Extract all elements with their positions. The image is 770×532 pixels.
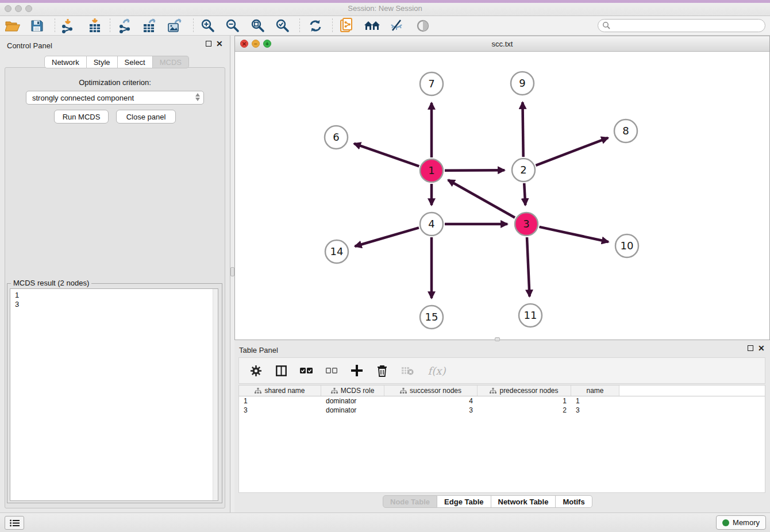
edge-3-10[interactable]: [539, 227, 608, 242]
import-table-icon[interactable]: [84, 17, 105, 34]
optimization-criterion-label: Optimization criterion:: [0, 78, 230, 87]
unselect-all-icon[interactable]: [323, 361, 340, 380]
memory-label: Memory: [733, 518, 760, 527]
column-label: MCDS role: [341, 387, 375, 395]
hide-selected-icon[interactable]: [387, 17, 407, 34]
edge-4-14[interactable]: [355, 228, 419, 246]
function-builder-icon[interactable]: f(x): [424, 361, 449, 380]
table-float-icon[interactable]: [748, 345, 753, 351]
node-label-14: 14: [330, 245, 344, 257]
cell-predecessor-nodes: 1: [478, 396, 571, 406]
column-type-icon: [255, 388, 261, 394]
import-network-icon[interactable]: [57, 17, 78, 34]
cell-name: 3: [571, 406, 619, 415]
vertical-splitter[interactable]: [230, 36, 234, 512]
titlebar-accent: [0, 0, 770, 3]
result-line: 1: [15, 291, 218, 300]
criterion-value: strongly connected component: [32, 94, 134, 102]
column-label: predecessor nodes: [499, 387, 558, 395]
vertical-splitter-grip[interactable]: [230, 267, 234, 276]
node-label-2: 2: [520, 164, 526, 176]
result-scrollbar[interactable]: [213, 289, 218, 500]
tab-style[interactable]: Style: [87, 56, 118, 68]
edge-3-1[interactable]: [448, 180, 515, 218]
zoom-fit-icon[interactable]: [248, 17, 268, 34]
float-panel-icon[interactable]: [206, 41, 211, 47]
edge-1-2[interactable]: [445, 170, 505, 171]
open-file-icon[interactable]: [2, 17, 23, 34]
horizontal-splitter-grip[interactable]: [495, 337, 500, 341]
search-icon: [602, 21, 611, 30]
column-type-icon: [490, 388, 496, 394]
gear-icon[interactable]: [247, 361, 264, 380]
run-mcds-button[interactable]: Run MCDS: [54, 110, 109, 124]
criterion-select[interactable]: strongly connected component: [26, 91, 204, 105]
node-label-6: 6: [333, 131, 339, 143]
new-network-icon[interactable]: [337, 17, 357, 34]
table-close-icon[interactable]: ✕: [758, 345, 765, 351]
node-table[interactable]: shared nameMCDS rolesuccessor nodesprede…: [238, 385, 765, 493]
node-label-9: 9: [519, 77, 525, 89]
home-icons[interactable]: [362, 17, 383, 34]
zoom-in-icon[interactable]: [198, 17, 218, 34]
tab-edge-table[interactable]: Edge Table: [437, 495, 491, 508]
table-toolbar: f(x): [238, 357, 765, 384]
table-panel: Table Panel ✕: [234, 340, 770, 512]
search-input[interactable]: [598, 19, 765, 32]
network-window-title: scc.txt: [235, 40, 769, 48]
table-row[interactable]: 3dominator323: [239, 406, 765, 415]
tab-motifs[interactable]: Motifs: [556, 495, 592, 508]
memory-button[interactable]: Memory: [716, 515, 766, 530]
mcds-result-group: MCDS result (2 nodes) 13: [7, 283, 222, 503]
zoom-out-icon[interactable]: [222, 17, 243, 34]
show-selected-icon[interactable]: [413, 17, 433, 34]
column-label: name: [586, 387, 603, 395]
save-session-icon[interactable]: [26, 17, 47, 34]
mcds-result-text[interactable]: 13: [10, 288, 218, 501]
node-label-7: 7: [428, 78, 434, 90]
network-window-titlebar[interactable]: ✕ − + scc.txt: [235, 36, 769, 52]
window-title: Session: New Session: [0, 4, 770, 13]
node-label-8: 8: [622, 125, 629, 137]
cell-successor-nodes: 3: [384, 406, 478, 415]
export-image-icon[interactable]: [165, 17, 186, 34]
delete-column-icon[interactable]: [374, 361, 391, 380]
column-browser-icon[interactable]: [272, 361, 290, 380]
column-header-successor-nodes[interactable]: successor nodes: [384, 385, 478, 396]
list-icon: [10, 519, 20, 527]
node-label-11: 11: [524, 309, 537, 321]
close-panel-icon[interactable]: ✕: [216, 41, 223, 47]
column-header-shared-name[interactable]: shared name: [239, 385, 321, 396]
select-all-icon[interactable]: [298, 361, 315, 380]
column-header-mcds-role[interactable]: MCDS role: [321, 385, 384, 396]
task-history-button[interactable]: [5, 516, 24, 530]
delete-table-icon[interactable]: [399, 361, 416, 380]
tab-select[interactable]: Select: [118, 56, 153, 68]
refresh-layout-icon[interactable]: [305, 17, 326, 34]
column-type-icon: [400, 388, 407, 394]
tab-network[interactable]: Network: [44, 56, 87, 68]
close-panel-button[interactable]: Close panel: [116, 110, 176, 124]
network-canvas[interactable]: 7968124314101511: [235, 52, 769, 340]
column-header-predecessor-nodes[interactable]: predecessor nodes: [478, 385, 571, 396]
tab-mcds[interactable]: MCDS: [153, 56, 189, 68]
column-type-icon: [331, 388, 338, 394]
edge-3-11[interactable]: [527, 237, 530, 296]
tab-node-table[interactable]: Node Table: [383, 495, 437, 508]
tab-network-table[interactable]: Network Table: [491, 495, 556, 508]
edge-2-9[interactable]: [522, 102, 523, 157]
network-view-window: ✕ − + scc.txt 7968124314101511: [234, 36, 770, 340]
node-table-header: shared nameMCDS rolesuccessor nodesprede…: [239, 385, 765, 396]
export-table-icon[interactable]: [140, 17, 160, 34]
edge-2-3[interactable]: [524, 183, 525, 205]
export-network-icon[interactable]: [115, 17, 136, 34]
cell-shared-name: 3: [239, 406, 321, 415]
column-header-name[interactable]: name: [571, 385, 619, 396]
cell-successor-nodes: 4: [384, 396, 478, 406]
zoom-selected-icon[interactable]: [272, 17, 293, 34]
select-stepper-icon: [195, 93, 200, 101]
edge-1-6[interactable]: [354, 144, 419, 167]
add-column-icon[interactable]: [348, 361, 365, 380]
edge-2-8[interactable]: [536, 138, 608, 165]
table-row[interactable]: 1dominator411: [239, 396, 765, 406]
